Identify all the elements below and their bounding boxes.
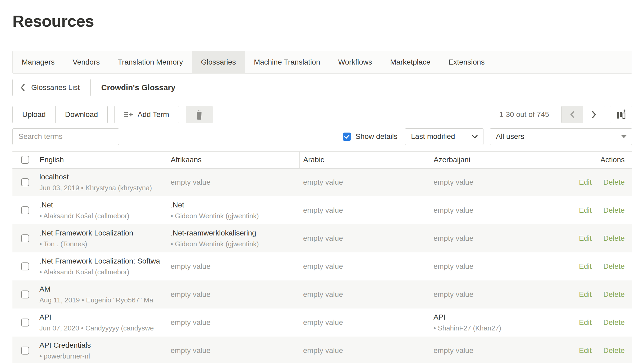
cell-afrikaans: empty value (167, 280, 299, 308)
tab-vendors[interactable]: Vendors (64, 51, 109, 73)
delete-link[interactable]: Delete (603, 290, 625, 298)
users-filter-value: All users (496, 132, 524, 141)
glossary-title: Crowdin's Glossary (101, 83, 176, 92)
cell-afrikaans: empty value (167, 252, 299, 280)
tab-translation-memory[interactable]: Translation Memory (109, 51, 192, 73)
term-text: .Net (39, 201, 167, 209)
row-checkbox[interactable] (21, 178, 29, 186)
cell-afrikaans: empty value (167, 168, 299, 196)
edit-link[interactable]: Edit (579, 262, 592, 270)
term-meta: • Gideon Wentink (gjwentink) (171, 212, 299, 220)
delete-selected-button[interactable] (186, 106, 213, 123)
cell-english: .Net • Alaksandr Košal (callmebor) (36, 196, 167, 224)
empty-value: empty value (171, 318, 211, 326)
edit-link[interactable]: Edit (579, 234, 592, 242)
column-header-english[interactable]: English (36, 151, 167, 168)
cell-english: localhost Jun 03, 2019 • Khrystyna (khry… (36, 168, 167, 196)
show-details-label: Show details (355, 132, 398, 141)
tab-marketplace[interactable]: Marketplace (381, 51, 440, 73)
cell-actions: Edit Delete (568, 308, 632, 337)
edit-link[interactable]: Edit (579, 290, 592, 298)
row-checkbox[interactable] (21, 347, 29, 355)
tab-glossaries-label: Glossaries (201, 58, 236, 66)
term-meta: • Alaksandr Košal (callmebor) (39, 268, 167, 276)
chevron-left-icon (569, 110, 575, 119)
configure-columns-button[interactable] (610, 106, 632, 123)
cell-azerbaijani: empty value (430, 252, 568, 280)
checked-checkbox-icon[interactable] (343, 133, 351, 141)
glossary-terms-table: English Afrikaans Arabic Azerbaijani Act… (12, 151, 632, 363)
cell-arabic: empty value (299, 308, 430, 337)
empty-value: empty value (303, 346, 343, 355)
row-checkbox[interactable] (21, 319, 29, 326)
tab-extensions[interactable]: Extensions (440, 51, 494, 73)
next-page-button[interactable] (583, 106, 605, 123)
download-button[interactable]: Download (56, 106, 108, 123)
delete-link[interactable]: Delete (603, 262, 625, 270)
prev-page-button[interactable] (561, 106, 583, 123)
add-term-button[interactable]: Add Term (114, 106, 179, 123)
show-details-toggle[interactable]: Show details (343, 132, 398, 141)
glossaries-list-back-button[interactable]: Glossaries List (12, 79, 91, 96)
delete-link[interactable]: Delete (603, 234, 625, 242)
triangle-down-icon (621, 135, 627, 138)
column-header-arabic[interactable]: Arabic (299, 151, 430, 168)
term-text: localhost (39, 173, 167, 181)
users-filter-dropdown[interactable]: All users (490, 128, 632, 145)
select-all-checkbox[interactable] (21, 156, 29, 164)
table-row: API Credentials • powerburner-nl empty v… (12, 337, 632, 363)
delete-link[interactable]: Delete (603, 178, 625, 186)
row-checkbox[interactable] (21, 291, 29, 298)
row-checkbox[interactable] (21, 206, 29, 214)
chevron-right-icon (591, 110, 597, 119)
row-checkbox[interactable] (21, 262, 29, 270)
column-header-azerbaijani[interactable]: Azerbaijani (430, 151, 568, 168)
upload-download-group: Upload Download (12, 106, 108, 123)
cell-actions: Edit Delete (568, 224, 632, 252)
empty-value: empty value (303, 290, 343, 298)
cell-azerbaijani: empty value (430, 168, 568, 196)
edit-link[interactable]: Edit (579, 346, 592, 355)
tab-workflows[interactable]: Workflows (329, 51, 381, 73)
cell-azerbaijani: empty value (430, 224, 568, 252)
table-row: .Net • Alaksandr Košal (callmebor) .Net … (12, 196, 632, 224)
tab-glossaries[interactable]: Glossaries (192, 51, 245, 73)
cell-azerbaijani: empty value (430, 196, 568, 224)
tab-managers[interactable]: Managers (13, 51, 64, 73)
empty-value: empty value (303, 178, 343, 186)
download-button-label: Download (65, 110, 98, 119)
tab-extensions-label: Extensions (449, 58, 485, 66)
term-meta: Jun 03, 2019 • Khrystyna (khrystyna) (39, 184, 167, 192)
delete-link[interactable]: Delete (603, 318, 625, 326)
cell-afrikaans: empty value (167, 337, 299, 363)
empty-value: empty value (171, 262, 211, 270)
term-meta: • powerburner-nl (39, 352, 167, 360)
back-button-label: Glossaries List (31, 83, 80, 92)
filter-row: Show details Last modified All users (12, 128, 632, 145)
tab-machine-translation[interactable]: Machine Translation (245, 51, 329, 73)
upload-button[interactable]: Upload (12, 106, 56, 123)
table-row: API Jun 07, 2020 • Candyyyyy (candyswe e… (12, 308, 632, 337)
term-text: .Net (171, 201, 299, 209)
sort-select[interactable]: Last modified (405, 128, 483, 145)
table-header-row: English Afrikaans Arabic Azerbaijani Act… (12, 151, 632, 168)
edit-link[interactable]: Edit (579, 178, 592, 186)
edit-link[interactable]: Edit (579, 318, 592, 326)
cell-english: API Credentials • powerburner-nl (36, 337, 167, 363)
term-meta: Jun 07, 2020 • Candyyyyy (candyswe (39, 324, 167, 332)
columns-plus-icon (616, 109, 626, 120)
edit-link[interactable]: Edit (579, 206, 592, 214)
delete-link[interactable]: Delete (603, 346, 625, 355)
cell-arabic: empty value (299, 280, 430, 308)
row-checkbox[interactable] (21, 234, 29, 242)
column-header-actions: Actions (568, 151, 632, 168)
term-text: API (39, 313, 167, 321)
term-text: .Net Framework Localization: Softwa (39, 257, 167, 265)
delete-link[interactable]: Delete (603, 206, 625, 214)
term-text: AM (39, 285, 167, 293)
column-header-afrikaans[interactable]: Afrikaans (167, 151, 299, 168)
search-input[interactable] (12, 128, 119, 145)
tab-translation-memory-label: Translation Memory (118, 58, 183, 66)
empty-value: empty value (433, 346, 473, 355)
chevron-left-icon (20, 83, 25, 92)
